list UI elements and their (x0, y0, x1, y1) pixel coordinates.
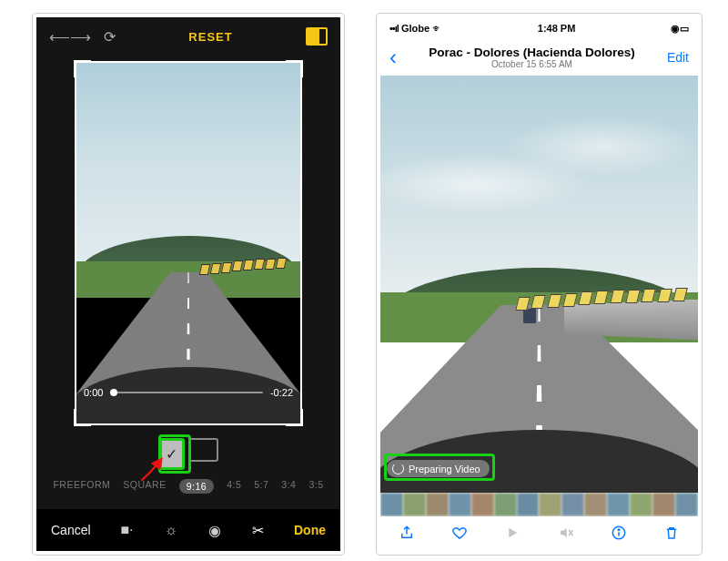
edit-button[interactable]: Edit (667, 50, 689, 65)
rotate-icon[interactable]: ⟳ (104, 28, 116, 46)
ratio-4-5[interactable]: 4:5 (227, 479, 241, 494)
phone-crop-editor: ⟵⟶ ⟳ RESET 0:00 -0:22 ✓ (33, 14, 344, 555)
ratio-freeform[interactable]: FREEFORM (53, 479, 110, 494)
status-time: 1:48 PM (538, 23, 576, 34)
photo-subtitle: October 15 6:55 AM (397, 59, 667, 69)
orientation-landscape-button[interactable] (188, 438, 218, 462)
thumbnail-strip[interactable] (380, 493, 698, 516)
crop-canvas[interactable]: 0:00 -0:22 (75, 61, 302, 425)
filters-tool-icon[interactable]: ◉ (208, 522, 221, 539)
svg-point-4 (618, 528, 620, 530)
crop-tool-icon[interactable]: ✂ (252, 522, 264, 539)
cancel-button[interactable]: Cancel (51, 523, 91, 537)
editor-bottom-bar: Cancel ■· ☼ ◉ ✂ Done (36, 509, 340, 551)
ratio-3-5[interactable]: 3:5 (308, 479, 323, 494)
status-bar: ••ıl Globe ᯤ 1:48 PM ◉▭ (380, 17, 698, 39)
reset-button[interactable]: RESET (188, 30, 232, 44)
spinner-icon (392, 463, 404, 474)
checkmark-icon: ✓ (166, 445, 177, 463)
orientation-portrait-button[interactable]: ✓ (159, 438, 185, 470)
preparing-video-badge: Preparing Video (387, 460, 490, 477)
favorite-icon[interactable] (451, 525, 468, 546)
aspect-ratio-row: FREEFORM SQUARE 9:16 4:5 5:7 3:4 3:5 (36, 479, 340, 494)
flip-horizontal-icon[interactable]: ⟵⟶ (49, 28, 91, 46)
viewer-toolbar (380, 516, 698, 553)
vehicle-on-road (523, 309, 536, 323)
done-button[interactable]: Done (294, 523, 326, 537)
wifi-icon: ᯤ (432, 23, 442, 34)
editor-top-bar: ⟵⟶ ⟳ RESET (36, 17, 340, 56)
ratio-5-7[interactable]: 5:7 (254, 479, 268, 494)
nav-bar: ‹ Porac - Dolores (Hacienda Dolores) Oct… (380, 39, 698, 76)
ratio-3-4[interactable]: 3:4 (281, 479, 296, 494)
photo-title: Porac - Dolores (Hacienda Dolores) (397, 46, 667, 59)
ratio-9-16[interactable]: 9:16 (179, 479, 214, 494)
play-icon[interactable] (504, 525, 521, 546)
crop-frame[interactable] (75, 61, 302, 425)
status-carrier: ••ıl Globe ᯤ (389, 23, 442, 34)
video-tool-icon[interactable]: ■· (120, 522, 133, 539)
road-chevrons (517, 289, 692, 310)
status-battery: ◉▭ (671, 23, 689, 35)
mute-icon[interactable] (558, 525, 574, 546)
delete-icon[interactable] (663, 525, 680, 546)
phone-photo-viewer: ••ıl Globe ᯤ 1:48 PM ◉▭ ‹ Porac - Dolore… (377, 14, 702, 555)
photo-viewport[interactable]: Preparing Video (380, 76, 698, 493)
info-icon[interactable] (611, 525, 627, 546)
share-icon[interactable] (399, 525, 415, 546)
aspect-ratio-icon[interactable] (306, 27, 328, 46)
orientation-toggle: ✓ (36, 438, 340, 470)
adjust-tool-icon[interactable]: ☼ (165, 522, 178, 539)
back-button[interactable]: ‹ (389, 45, 397, 70)
ratio-square[interactable]: SQUARE (123, 479, 166, 494)
